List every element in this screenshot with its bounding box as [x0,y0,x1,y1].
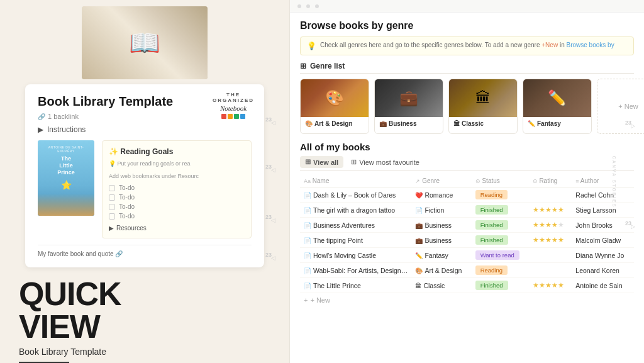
sort-icon-rating: ⊙ [533,178,538,184]
table-row[interactable]: 📄Wabi-Sabi: For Artists, Designers,🎨Art … [300,263,634,278]
add-book-icon: + [304,296,308,304]
book-name-cell: 📄Wabi-Sabi: For Artists, Designers, [300,263,411,278]
tab-view-fav-icon: ⊞ [351,158,357,166]
top-bar-dot-2 [306,4,310,8]
checkbox-3[interactable] [109,204,115,210]
genre-card-fantasy[interactable]: ✏️ ✏️ Fantasy [523,79,592,134]
fantasy-image: ✏️ [523,79,591,117]
instructions-label: Instructions [47,125,86,134]
status-badge: Reading [475,265,508,275]
quick-view-subtitle: Book Library Template [19,347,121,357]
table-row[interactable]: 📄Business Adventures💼BusinessFinished★★★… [300,218,634,233]
todo-label-2: To-do [119,194,135,201]
book-genre-cell: 📄Fiction [411,203,471,218]
table-row[interactable]: 📄The girl with a dragon tattoo📄FictionFi… [300,203,634,218]
tab-view-all-icon: ⊞ [305,158,311,166]
info-text: Check all genres here and go to the spec… [320,42,614,48]
todo-label-4: To-do [119,213,135,220]
genre-list-header: ⊞ Genre list [300,62,634,74]
top-bar-dot-1 [297,4,301,8]
checkbox-2[interactable] [109,194,115,201]
notion-inner: ANTOINE DE SAINT-EXUPÉRY The Little Prin… [38,140,252,238]
grid-icon: ⊞ [300,62,306,70]
info-link1[interactable]: +New [541,42,558,48]
table-row[interactable]: 📄Howl's Moving Castle✏️FantasyWant to re… [300,248,634,263]
business-label: 💼 Business [375,117,443,130]
book-genre-cell: ❤️Romance [411,187,471,203]
genre-card-business[interactable]: 💼 💼 Business [374,79,443,134]
canva-stories-right-label: CANVA STORIES [612,155,616,208]
book-name-cell: 📄Business Adventures [300,218,411,233]
book-status-cell: Finished [472,203,529,218]
favorite-quote[interactable]: My favorite book and quote 🔗 [38,245,252,257]
add-new-book-button[interactable]: + + New [300,293,634,307]
quick-view-line1: QUICK [19,277,121,310]
todo-item-1: To-do [109,184,245,191]
lp-author: ANTOINE DE SAINT-EXUPÉRY [42,145,91,153]
table-row[interactable]: 📄Dash & Lily – Book of Dares❤️RomanceRea… [300,187,634,203]
genre-cards-row: 🎨 🎨 Art & Design 💼 💼 Business 🏛 🏛 Classi… [300,79,634,134]
genre-card-classic[interactable]: 🏛 🏛 Classic [448,79,518,134]
sort-icon-name: Aa [304,178,311,184]
status-badge: Reading [475,190,508,199]
top-bar-dot-3 [315,4,319,8]
sort-icon-author: ≡ [575,178,579,184]
tab-view-all[interactable]: ⊞ View all [300,156,343,168]
book-genre-cell: 💼Business [411,218,471,233]
book-genre-cell: ✏️Fantasy [411,248,471,263]
rg-title: ✨ Reading Goals [109,147,245,156]
book-rating-cell: ★★★★★ [529,233,572,248]
genre-list-label: Genre list [310,62,345,70]
col-status: ⊙ Status [472,175,529,187]
checkbox-4[interactable] [109,213,115,220]
tab-view-all-label: View all [313,159,338,166]
book-status-cell: Finished [472,218,529,233]
status-badge: Finished [475,281,508,290]
tab-view-favourite[interactable]: ⊞ View most favourite [346,156,425,168]
left-panel: CANVA STORIES CANVA STORIES THE ORGANIZE… [0,0,289,363]
right-content: Browse books by genre 💡 Check all genres… [290,13,644,363]
info-banner: 💡 Check all genres here and go to the sp… [300,36,634,55]
quick-view-line2: VIEW [19,310,121,343]
book-name-cell: 📄Howl's Moving Castle [300,248,411,263]
book-status-cell: Reading [472,187,529,203]
book-hero-image [82,6,208,79]
genre-card-art[interactable]: 🎨 🎨 Art & Design [300,79,369,134]
status-badge: Finished [475,220,508,230]
book-author-cell: Diana Wynne Jo [572,248,634,263]
book-status-cell: Finished [472,233,529,248]
book-status-cell: Want to read [472,248,529,263]
book-rating-cell [529,248,572,263]
backlink-text: 1 backlink [48,113,79,120]
todo-item-3: To-do [109,203,245,210]
instructions-row[interactable]: ▶ Instructions [38,125,252,134]
notion-card: THE ORGANIZED Notebook Book Library Temp… [25,84,264,267]
classic-label: 🏛 Classic [449,117,517,130]
all-books-title: All of my books [300,142,634,152]
todo-item-2: To-do [109,194,245,201]
bulb-icon: 💡 [109,160,116,167]
book-rating-cell: ★★★★★ [529,278,572,293]
rg-add-note: Add web bookmarks under Resourc [109,173,245,179]
tab-view-fav-label: View most favourite [359,159,419,166]
add-new-genre-button[interactable]: + New [597,79,644,134]
table-row[interactable]: 📄The tipping Point💼BusinessFinished★★★★★… [300,233,634,248]
little-prince-cover: ANTOINE DE SAINT-EXUPÉRY The Little Prin… [38,140,94,216]
resources-label: Resources [116,225,147,232]
checkbox-1[interactable] [109,185,115,191]
book-author-cell: Leonard Koren [572,263,634,278]
backlink-icon: 🔗 [38,113,45,120]
book-genre-cell: 🏛Classic [411,278,471,293]
book-author-cell: Stieg Larsson [572,203,634,218]
col-name: Aa Name [300,175,411,187]
status-badge: Finished [475,235,508,245]
art-design-image: 🎨 [301,79,369,117]
table-row[interactable]: 📄The Little Prince🏛ClassicFinished★★★★★A… [300,278,634,293]
quick-view-title: QUICK VIEW [19,277,121,343]
right-panel: CANVA STORIES Browse books by genre 💡 Ch… [289,0,644,363]
resources-triangle: ▶ [109,225,114,232]
info-link2[interactable]: Browse books by [567,42,614,48]
browse-section-title: Browse books by genre [300,20,634,31]
book-genre-cell: 💼Business [411,233,471,248]
resources-row[interactable]: ▶ Resources [109,225,245,232]
